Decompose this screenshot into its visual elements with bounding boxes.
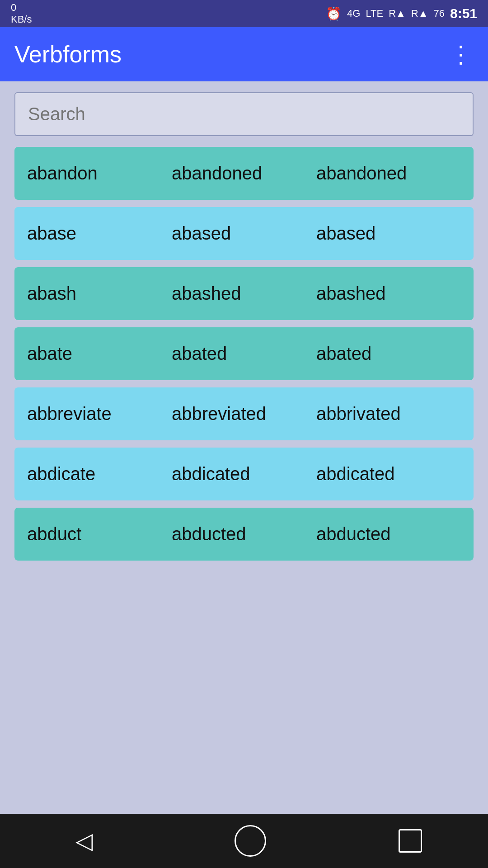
clock-icon: ⏰ bbox=[326, 6, 342, 21]
verb-cell-abash-3: abashed bbox=[316, 283, 461, 304]
app-title: Verbforms bbox=[14, 41, 122, 68]
verb-list: abandonabandonedabandonedabaseabasedabas… bbox=[0, 147, 488, 814]
verb-cell-abduct-1: abduct bbox=[27, 524, 172, 544]
verb-cell-abbreviate-3: abbrivated bbox=[316, 404, 461, 424]
verb-cell-abdicate-3: abdicated bbox=[316, 464, 461, 484]
verb-cell-abandon-1: abandon bbox=[27, 163, 172, 184]
status-icons: ⏰ 4G LTE R▲ R▲ 76 8:51 bbox=[326, 6, 477, 21]
network-icon: 4G bbox=[347, 8, 360, 19]
search-container bbox=[0, 81, 488, 147]
verb-cell-abase-2: abased bbox=[172, 223, 316, 244]
lte-icon: LTE bbox=[366, 8, 383, 19]
verb-cell-abate-2: abated bbox=[172, 344, 316, 364]
time-display: 8:51 bbox=[450, 6, 477, 21]
verb-row-abase[interactable]: abaseabasedabased bbox=[14, 207, 474, 260]
search-input[interactable] bbox=[14, 92, 474, 136]
app-bar-actions: ⋮ bbox=[433, 41, 474, 68]
signal-icon: R▲ bbox=[389, 8, 406, 19]
verb-row-abduct[interactable]: abductabductedabducted bbox=[14, 508, 474, 561]
verb-row-abandon[interactable]: abandonabandonedabandoned bbox=[14, 147, 474, 200]
home-button[interactable] bbox=[235, 825, 266, 857]
app-bar: Verbforms ⋮ bbox=[0, 27, 488, 81]
bottom-navigation: ◁ bbox=[0, 814, 488, 868]
verb-cell-abash-1: abash bbox=[27, 283, 172, 304]
verb-cell-abate-1: abate bbox=[27, 344, 172, 364]
verb-cell-abate-3: abated bbox=[316, 344, 461, 364]
verb-row-abash[interactable]: abashabashedabashed bbox=[14, 267, 474, 320]
verb-cell-abandon-3: abandoned bbox=[316, 163, 461, 184]
back-button[interactable]: ◁ bbox=[66, 823, 102, 859]
verb-row-abbreviate[interactable]: abbreviateabbreviatedabbrivated bbox=[14, 387, 474, 440]
verb-cell-abash-2: abashed bbox=[172, 283, 316, 304]
more-options-button[interactable]: ⋮ bbox=[449, 41, 474, 68]
verb-cell-abduct-3: abducted bbox=[316, 524, 461, 544]
recent-apps-button[interactable] bbox=[399, 829, 422, 853]
verb-row-abdicate[interactable]: abdicateabdicatedabdicated bbox=[14, 448, 474, 500]
battery-icon: 76 bbox=[433, 8, 444, 19]
verb-cell-abdicate-1: abdicate bbox=[27, 464, 172, 484]
verb-cell-abase-1: abase bbox=[27, 223, 172, 244]
verb-cell-abbreviate-2: abbreviated bbox=[172, 404, 316, 424]
verb-cell-abdicate-2: abdicated bbox=[172, 464, 316, 484]
status-bar: 0 KB/s ⏰ 4G LTE R▲ R▲ 76 8:51 bbox=[0, 0, 488, 27]
verb-cell-abbreviate-1: abbreviate bbox=[27, 404, 172, 424]
verb-row-abate[interactable]: abateabatedabated bbox=[14, 327, 474, 380]
verb-cell-abandon-2: abandoned bbox=[172, 163, 316, 184]
verb-cell-abduct-2: abducted bbox=[172, 524, 316, 544]
verb-cell-abase-3: abased bbox=[316, 223, 461, 244]
data-speed: 0 KB/s bbox=[11, 2, 32, 26]
signal2-icon: R▲ bbox=[411, 8, 428, 19]
